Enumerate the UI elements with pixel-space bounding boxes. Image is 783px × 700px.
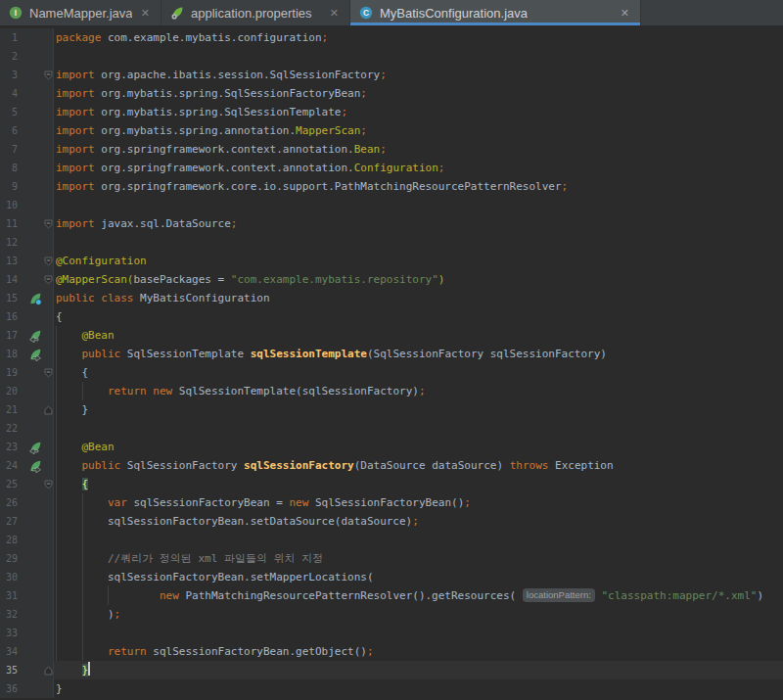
fold-marker[interactable] <box>42 257 54 266</box>
code-text[interactable] <box>54 624 783 642</box>
code-line[interactable]: 31 new PathMatchingResourcePatternResolv… <box>0 586 783 605</box>
code-line[interactable]: 16{ <box>0 307 783 326</box>
code-text[interactable]: public class MyBatisConfiguration <box>54 289 783 307</box>
line-number: 27 <box>0 512 18 531</box>
code-text[interactable]: import org.springframework.context.annot… <box>54 140 783 159</box>
code-text[interactable] <box>54 233 783 252</box>
code-text[interactable]: new PathMatchingResourcePatternResolver(… <box>54 586 783 605</box>
code-line[interactable]: 23 @Bean <box>0 438 783 456</box>
code-line[interactable]: 30 sqlSessionFactoryBean.setMapperLocati… <box>0 568 783 586</box>
code-line[interactable]: 24 public SqlSessionFactory sqlSessionFa… <box>0 456 783 475</box>
code-line[interactable]: 9import org.springframework.core.io.supp… <box>0 177 783 196</box>
close-icon[interactable]: ✕ <box>328 6 341 21</box>
code-text[interactable] <box>54 196 783 214</box>
tab-namemapper-java[interactable]: INameMapper.java✕ <box>0 0 161 25</box>
code-line[interactable]: 28 <box>0 531 783 549</box>
code-text[interactable]: import org.apache.ibatis.session.SqlSess… <box>54 66 783 84</box>
code-line[interactable]: 3import org.apache.ibatis.session.SqlSes… <box>0 66 783 84</box>
code-line[interactable]: 21 } <box>0 400 783 419</box>
code-line[interactable]: 34 return sqlSessionFactoryBean.getObjec… <box>0 642 783 661</box>
code-line[interactable]: 7import org.springframework.context.anno… <box>0 140 783 159</box>
code-line[interactable]: 14@MapperScan(basePackages = "com.exampl… <box>0 270 783 289</box>
code-line[interactable]: 27 sqlSessionFactoryBean.setDataSource(d… <box>0 512 783 531</box>
code-text[interactable]: package com.example.mybatis.configuratio… <box>54 28 783 47</box>
code-text[interactable]: { <box>54 363 783 382</box>
code-line[interactable]: 11import javax.sql.DataSource; <box>0 214 783 233</box>
code-line[interactable]: 5import org.mybatis.spring.SqlSessionTem… <box>0 103 783 121</box>
code-text[interactable]: import org.mybatis.spring.annotation.Map… <box>54 121 783 140</box>
code-text[interactable]: import org.springframework.context.annot… <box>54 159 783 177</box>
line-number: 7 <box>0 140 18 159</box>
code-text[interactable]: @Bean <box>54 326 783 345</box>
code-text[interactable]: @MapperScan(basePackages = "com.example.… <box>54 270 783 289</box>
fold-marker[interactable] <box>42 666 54 676</box>
code-text[interactable]: import javax.sql.DataSource; <box>54 214 783 233</box>
code-line[interactable]: 13@Configuration <box>0 252 783 270</box>
code-line[interactable]: 6import org.mybatis.spring.annotation.Ma… <box>0 121 783 140</box>
editor-gutter: 8 <box>0 159 54 177</box>
editor-gutter: 23 <box>0 438 54 456</box>
code-line[interactable]: 29 //쿼리가 정의된 xml 파일들의 위치 지정 <box>0 549 783 568</box>
code-text[interactable]: } <box>54 679 783 698</box>
code-text[interactable]: sqlSessionFactoryBean.setMapperLocations… <box>54 568 783 586</box>
fold-marker[interactable] <box>42 405 54 415</box>
code-line[interactable]: 19 { <box>0 363 783 382</box>
code-line[interactable]: 22 <box>0 419 783 438</box>
line-number: 21 <box>0 400 18 419</box>
spring-bean-gutter-icon[interactable] <box>18 329 42 343</box>
code-line[interactable]: 8import org.springframework.context.anno… <box>0 159 783 177</box>
line-number: 36 <box>0 679 18 698</box>
code-line[interactable]: 17 @Bean <box>0 326 783 345</box>
fold-marker[interactable] <box>42 70 54 80</box>
code-text[interactable]: } <box>54 400 783 419</box>
line-number: 17 <box>0 326 18 345</box>
code-text[interactable]: { <box>54 475 783 493</box>
code-text[interactable]: @Bean <box>54 438 783 456</box>
code-line[interactable]: 2 <box>0 47 783 66</box>
fold-marker[interactable] <box>42 480 54 490</box>
close-icon[interactable]: ✕ <box>139 6 152 21</box>
code-text[interactable]: import org.mybatis.spring.SqlSessionTemp… <box>54 103 783 121</box>
spring-bean-gutter-icon[interactable] <box>18 292 42 305</box>
code-line[interactable]: 1package com.example.mybatis.configurati… <box>0 28 783 47</box>
fold-marker[interactable] <box>42 219 54 229</box>
code-line[interactable]: 20 return new SqlSessionTemplate(sqlSess… <box>0 382 783 400</box>
editor-gutter: 9 <box>0 177 54 196</box>
code-text[interactable]: return new SqlSessionTemplate(sqlSession… <box>54 382 783 400</box>
code-editor[interactable]: 1package com.example.mybatis.configurati… <box>0 25 783 700</box>
tab-application-properties[interactable]: application.properties✕ <box>161 0 350 25</box>
fold-marker[interactable] <box>42 275 54 285</box>
code-text[interactable] <box>54 531 783 549</box>
code-line[interactable]: 15public class MyBatisConfiguration <box>0 289 783 307</box>
spring-bean-gutter-icon[interactable] <box>18 441 42 454</box>
code-text[interactable]: } <box>54 661 783 679</box>
code-line[interactable]: 33 <box>0 624 783 642</box>
code-line[interactable]: 26 var sqlSessionFactoryBean = new SqlSe… <box>0 493 783 512</box>
code-text[interactable]: import org.springframework.core.io.suppo… <box>54 177 783 196</box>
code-text[interactable]: public SqlSessionFactory sqlSessionFacto… <box>54 456 783 475</box>
code-line[interactable]: 35 } <box>0 661 783 679</box>
code-text[interactable]: import org.mybatis.spring.SqlSessionFact… <box>54 84 783 103</box>
code-text[interactable]: //쿼리가 정의된 xml 파일들의 위치 지정 <box>54 549 783 568</box>
spring-bean-gutter-icon[interactable] <box>18 459 42 473</box>
code-line[interactable]: 25 { <box>0 475 783 493</box>
code-text[interactable]: var sqlSessionFactoryBean = new SqlSessi… <box>54 493 783 512</box>
code-line[interactable]: 12 <box>0 233 783 252</box>
code-text[interactable]: @Configuration <box>54 252 783 270</box>
code-text[interactable] <box>54 47 783 66</box>
spring-bean-gutter-icon[interactable] <box>18 348 42 361</box>
code-text[interactable]: return sqlSessionFactoryBean.getObject()… <box>54 642 783 661</box>
code-text[interactable] <box>54 419 783 438</box>
fold-marker[interactable] <box>42 368 54 378</box>
code-text[interactable]: public SqlSessionTemplate sqlSessionTemp… <box>54 345 783 363</box>
code-text[interactable]: ); <box>54 605 783 624</box>
code-text[interactable]: { <box>54 307 783 326</box>
code-line[interactable]: 4import org.mybatis.spring.SqlSessionFac… <box>0 84 783 103</box>
code-line[interactable]: 10 <box>0 196 783 214</box>
code-text[interactable]: sqlSessionFactoryBean.setDataSource(data… <box>54 512 783 531</box>
close-icon[interactable]: ✕ <box>619 6 631 21</box>
code-line[interactable]: 36} <box>0 679 783 698</box>
code-line[interactable]: 32 ); <box>0 605 783 624</box>
code-line[interactable]: 18 public SqlSessionTemplate sqlSessionT… <box>0 345 783 363</box>
tab-mybatisconfiguration-java[interactable]: CMyBatisConfiguration.java✕ <box>350 0 641 25</box>
